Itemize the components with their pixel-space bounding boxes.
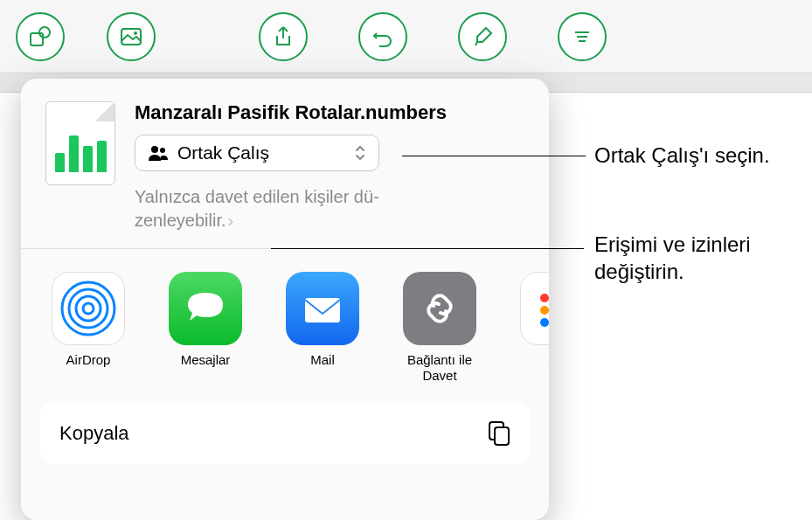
svg-point-15 xyxy=(540,306,549,315)
svg-point-7 xyxy=(151,146,158,153)
link-icon xyxy=(403,272,476,345)
shapes-icon xyxy=(28,24,52,49)
format-button[interactable] xyxy=(458,12,507,61)
more-menu-button[interactable] xyxy=(558,12,607,61)
share-button[interactable] xyxy=(259,12,308,61)
share-popover: Manzaralı Pasifik Rotalar.numbers Ortak … xyxy=(21,79,549,520)
permission-settings-link[interactable]: Yalnızca davet edilen kişiler dü­zenleye… xyxy=(135,185,432,232)
document-thumbnail-icon xyxy=(45,101,115,185)
permission-note-text: Yalnızca davet edilen kişiler dü­zenleye… xyxy=(135,187,379,230)
callout-line xyxy=(271,248,584,249)
chevron-right-icon: › xyxy=(228,211,234,230)
svg-point-10 xyxy=(76,296,101,321)
popover-header: Manzaralı Pasifik Rotalar.numbers Ortak … xyxy=(21,79,549,249)
menu-lines-icon xyxy=(570,24,594,49)
callout-text-2: Erişimi ve izinleri değiştirin. xyxy=(594,231,795,285)
share-icon xyxy=(271,24,295,49)
svg-point-14 xyxy=(540,294,549,302)
add-shape-button[interactable] xyxy=(16,12,65,61)
collaboration-mode-label: Ortak Çalış xyxy=(177,142,345,163)
airdrop-icon xyxy=(52,272,125,345)
svg-point-3 xyxy=(134,31,137,35)
updown-chevron-icon xyxy=(354,144,366,162)
share-target-link[interactable]: Bağlantı ile Davet xyxy=(399,272,481,384)
messages-icon xyxy=(169,272,242,345)
share-target-airdrop[interactable]: AirDrop xyxy=(47,272,129,384)
collaboration-mode-select[interactable]: Ortak Çalış xyxy=(135,135,379,171)
share-target-label: Mesajlar xyxy=(181,352,231,368)
svg-point-16 xyxy=(540,318,549,327)
brush-icon xyxy=(470,24,495,49)
share-target-reminders[interactable]: An xyxy=(516,272,549,384)
add-image-button[interactable] xyxy=(107,12,156,61)
svg-point-8 xyxy=(160,148,165,153)
share-target-mail[interactable]: Mail xyxy=(281,272,364,384)
reminders-icon xyxy=(520,272,549,345)
document-title: Manzaralı Pasifik Rotalar.numbers xyxy=(135,101,524,124)
top-toolbar xyxy=(0,0,812,73)
undo-button[interactable] xyxy=(358,12,407,61)
svg-rect-21 xyxy=(495,427,509,445)
share-target-label: Mail xyxy=(310,352,335,368)
callout-text-1: Ortak Çalış'ı seçin. xyxy=(594,142,770,169)
svg-rect-13 xyxy=(305,298,340,322)
share-targets-row: AirDrop Mesajlar Mail xyxy=(21,249,549,403)
undo-icon xyxy=(371,24,395,49)
svg-rect-2 xyxy=(121,29,141,45)
share-target-messages[interactable]: Mesajlar xyxy=(164,272,246,384)
mail-icon xyxy=(286,272,359,345)
svg-point-9 xyxy=(83,303,94,314)
photo-icon xyxy=(119,24,143,49)
copy-icon xyxy=(488,420,510,447)
share-target-label: Bağlantı ile Davet xyxy=(399,352,481,384)
copy-action[interactable]: Kopyala xyxy=(40,403,530,464)
share-target-label: AirDrop xyxy=(66,352,111,368)
callout-line xyxy=(402,156,586,156)
people-icon xyxy=(148,144,169,162)
copy-label: Kopyala xyxy=(59,422,129,445)
